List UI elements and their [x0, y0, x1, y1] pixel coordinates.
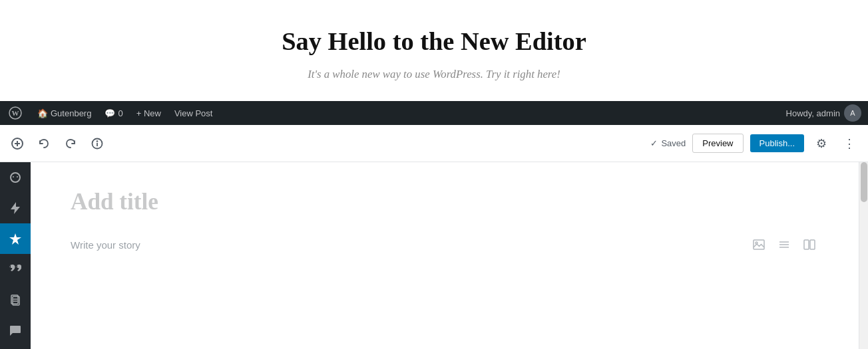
scroll-thumb[interactable] [861, 162, 867, 202]
view-post-label: View Post [174, 108, 213, 118]
columns-block-icon[interactable] [800, 235, 819, 254]
svg-marker-8 [9, 233, 21, 245]
saved-status: ✓ Saved [650, 138, 686, 148]
admin-bar-right: Howdy, admin A [779, 101, 868, 125]
svg-rect-19 [810, 240, 815, 249]
preview-button[interactable]: Preview [692, 134, 743, 153]
saved-label: Saved [661, 138, 686, 148]
write-story-placeholder[interactable]: Write your story [71, 239, 739, 251]
comments-count: 0 [118, 108, 122, 118]
new-label: + New [136, 108, 161, 118]
site-name-item[interactable]: 🏠 Gutenberg [31, 101, 98, 125]
svg-text:W: W [12, 109, 19, 117]
info-button[interactable] [85, 132, 109, 156]
svg-rect-13 [754, 240, 764, 249]
block-icons [750, 235, 819, 254]
sidebar-item-comments[interactable] [0, 315, 31, 346]
checkmark-icon: ✓ [650, 138, 658, 148]
avatar: A [844, 104, 861, 122]
publish-button[interactable]: Publish... [750, 134, 804, 152]
editor-main: Add title Write your story [0, 162, 868, 349]
more-options-button[interactable]: ⋮ [839, 133, 860, 154]
site-name-label: Gutenberg [51, 108, 91, 118]
page-subtitle: It's a whole new way to use WordPress. T… [13, 68, 855, 81]
image-block-icon[interactable] [750, 235, 768, 254]
left-sidebar [0, 162, 31, 349]
wp-admin-bar: W 🏠 Gutenberg 💬 0 + New View Post Howdy,… [0, 101, 868, 125]
toolbar-left [5, 132, 109, 156]
sidebar-item-pin[interactable] [0, 223, 31, 254]
comments-item[interactable]: 💬 0 [98, 101, 129, 125]
toolbar-right: ✓ Saved Preview Publish... ⚙ ⋮ [650, 133, 860, 154]
svg-rect-18 [804, 240, 809, 249]
speech-icon: 💬 [105, 108, 115, 118]
write-story-area: Write your story [71, 235, 819, 254]
admin-bar-left: W 🏠 Gutenberg 💬 0 + New View Post [0, 101, 219, 125]
sidebar-item-tools[interactable] [0, 346, 31, 349]
top-content-area: Say Hello to the New Editor It's a whole… [0, 0, 868, 101]
right-scrollbar[interactable] [859, 162, 868, 349]
avatar-letter: A [850, 109, 855, 117]
redo-button[interactable] [59, 132, 83, 156]
sidebar-item-pages[interactable] [0, 285, 31, 315]
sidebar-item-lightning[interactable] [0, 193, 31, 223]
svg-point-7 [97, 141, 98, 142]
list-block-icon[interactable] [775, 235, 793, 254]
add-title-placeholder[interactable]: Add title [71, 189, 819, 215]
sidebar-item-quote[interactable] [0, 254, 31, 285]
add-block-button[interactable] [5, 132, 29, 156]
view-post-item[interactable]: View Post [168, 101, 220, 125]
editor-content[interactable]: Add title Write your story [31, 162, 859, 349]
page-title: Say Hello to the New Editor [13, 27, 855, 56]
settings-button[interactable]: ⚙ [811, 133, 832, 154]
undo-button[interactable] [32, 132, 56, 156]
house-icon: 🏠 [37, 108, 48, 118]
howdy-item[interactable]: Howdy, admin A [779, 101, 868, 125]
gutenberg-toolbar: ✓ Saved Preview Publish... ⚙ ⋮ [0, 125, 868, 162]
sidebar-item-mask[interactable] [0, 162, 31, 193]
wp-logo-button[interactable]: W [0, 101, 31, 125]
howdy-label: Howdy, admin [786, 108, 840, 118]
new-item[interactable]: + New [130, 101, 168, 125]
